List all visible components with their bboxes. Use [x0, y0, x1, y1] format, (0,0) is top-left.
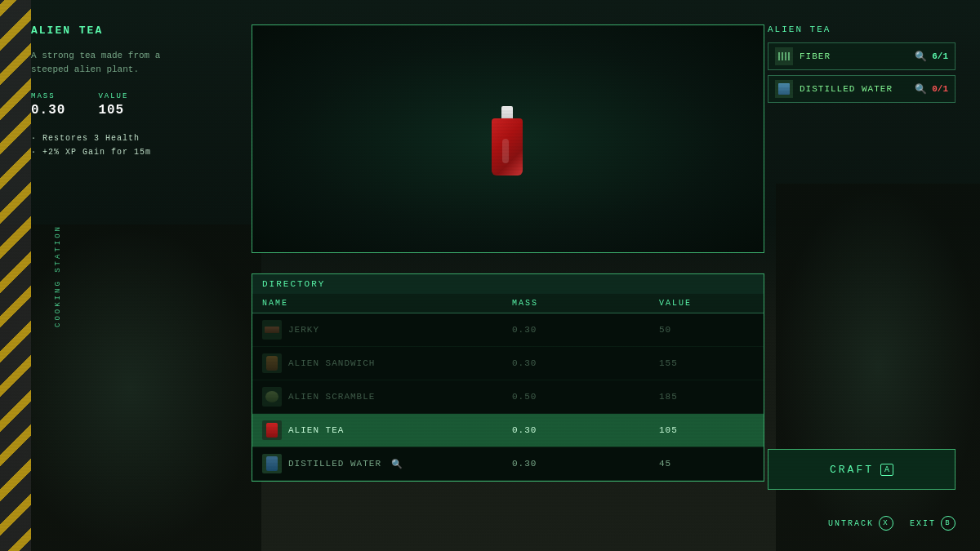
directory-header: DIRECTORY	[252, 273, 764, 294]
table-row[interactable]: ALIEN SCRAMBLE 0.50 185	[252, 380, 764, 414]
station-label: COOKING STATION	[54, 224, 62, 327]
bottle-body	[492, 118, 523, 176]
water-icon-container	[775, 80, 793, 98]
row-0-name-cell: JERKY	[252, 313, 502, 346]
row-3-icon	[262, 420, 282, 440]
fiber-icon	[778, 52, 790, 60]
row-0-mass: 0.30	[502, 318, 649, 341]
row-1-mass: 0.30	[502, 352, 649, 375]
bg-right	[776, 184, 980, 551]
row-2-name: ALIEN SCRAMBLE	[288, 392, 375, 402]
exit-action[interactable]: EXIT B	[910, 516, 956, 531]
item-title: ALIEN TEA	[31, 24, 247, 37]
ingredient-count-1: 0/1	[932, 84, 948, 94]
exit-label: EXIT	[910, 519, 936, 528]
ingredient-name-1: DISTILLED WATER	[800, 84, 910, 94]
ingredient-row-0: FIBER 🔍 6/1	[768, 42, 956, 70]
row-4-value: 45	[649, 452, 764, 475]
preview-inner	[252, 25, 764, 252]
row-1-name: ALIEN SANDWICH	[288, 358, 375, 368]
ingredients-title: ALIEN TEA	[768, 24, 956, 34]
item-3d-model	[483, 102, 532, 176]
untrack-label: UNTRACK	[828, 519, 874, 528]
row-3-value: 105	[649, 419, 764, 442]
distilled-water-icon	[266, 456, 278, 471]
scramble-icon	[265, 391, 278, 402]
row-0-name: JERKY	[288, 325, 319, 335]
row-2-mass: 0.50	[502, 385, 649, 408]
stats-row: MASS 0.30 VALUE 105	[31, 92, 247, 118]
row-3-mass: 0.30	[502, 419, 649, 442]
ingredients-panel: ALIEN TEA FIBER 🔍 6/1 DISTILLED WATER 🔍 …	[768, 24, 956, 108]
table-row[interactable]: JERKY 0.30 50	[252, 313, 764, 347]
row-1-icon	[262, 353, 282, 373]
untrack-key: X	[879, 516, 893, 531]
row-3-name-cell: ALIEN TEA	[252, 414, 502, 447]
fiber-icon-container	[775, 47, 793, 65]
table-row[interactable]: ALIEN TEA 0.30 105	[252, 414, 764, 447]
row-4-name-cell: DISTILLED WATER 🔍	[252, 447, 502, 480]
ingredient-name-0: FIBER	[800, 51, 910, 61]
directory-table: NAME MASS VALUE JERKY 0.30 50 ALIEN SAND…	[252, 294, 764, 482]
row-4-mass: 0.30	[502, 452, 649, 475]
untrack-action[interactable]: UNTRACK X	[828, 516, 893, 531]
mass-label: MASS	[31, 92, 65, 100]
craft-button-key: A	[880, 464, 893, 476]
bottle-highlight	[502, 139, 509, 163]
water-icon	[778, 83, 790, 95]
row-4-icon	[262, 454, 282, 473]
exit-key: B	[941, 516, 956, 531]
value-stat: VALUE 105	[98, 92, 128, 118]
hazard-stripe-pattern	[0, 0, 31, 551]
ingredient-search-icon-0[interactable]: 🔍	[915, 51, 927, 63]
tea-icon	[266, 423, 278, 438]
craft-button[interactable]: CRAFT A	[768, 449, 956, 490]
table-row[interactable]: DISTILLED WATER 🔍 0.30 45	[252, 447, 764, 481]
ingredient-count-0: 6/1	[932, 51, 948, 61]
effect-item-0: · Restores 3 Health	[31, 134, 247, 143]
row-1-value: 155	[649, 352, 764, 375]
row-0-icon	[262, 320, 282, 340]
row-2-value: 185	[649, 385, 764, 408]
row-0-value: 50	[649, 318, 764, 341]
value-label: VALUE	[98, 92, 128, 100]
craft-button-label: CRAFT	[830, 464, 874, 476]
ingredient-row-1: DISTILLED WATER 🔍 0/1	[768, 75, 956, 103]
row-4-search-icon[interactable]: 🔍	[391, 459, 403, 469]
ingredient-search-icon-1[interactable]: 🔍	[915, 83, 927, 96]
item-description: A strong tea made from a steeped alien p…	[31, 49, 194, 76]
col-mass-header: MASS	[502, 294, 649, 313]
row-2-icon	[262, 387, 282, 407]
mass-stat: MASS 0.30	[31, 92, 65, 118]
row-1-name-cell: ALIEN SANDWICH	[252, 347, 502, 380]
col-value-header: VALUE	[649, 294, 764, 313]
table-row[interactable]: ALIEN SANDWICH 0.30 155	[252, 347, 764, 380]
effect-item-1: · +2% XP Gain for 15m	[31, 148, 247, 157]
col-name-header: NAME	[252, 294, 502, 313]
bottom-action-bar: UNTRACK X EXIT B	[828, 516, 956, 531]
row-3-name: ALIEN TEA	[288, 425, 344, 435]
directory-section: DIRECTORY NAME MASS VALUE JERKY 0.30 50 …	[252, 273, 764, 502]
table-header-row: NAME MASS VALUE	[252, 294, 764, 313]
sandwich-icon	[266, 356, 278, 371]
value-value: 105	[98, 103, 128, 118]
hazard-sidebar	[0, 0, 31, 551]
row-2-name-cell: ALIEN SCRAMBLE	[252, 380, 502, 413]
effects-list: · Restores 3 Health · +2% XP Gain for 15…	[31, 134, 247, 157]
item-preview-panel	[252, 24, 764, 253]
jerky-icon	[265, 327, 279, 333]
row-4-name: DISTILLED WATER	[288, 459, 381, 469]
mass-value: 0.30	[31, 103, 65, 118]
left-panel: ALIEN TEA A strong tea made from a steep…	[31, 24, 247, 278]
